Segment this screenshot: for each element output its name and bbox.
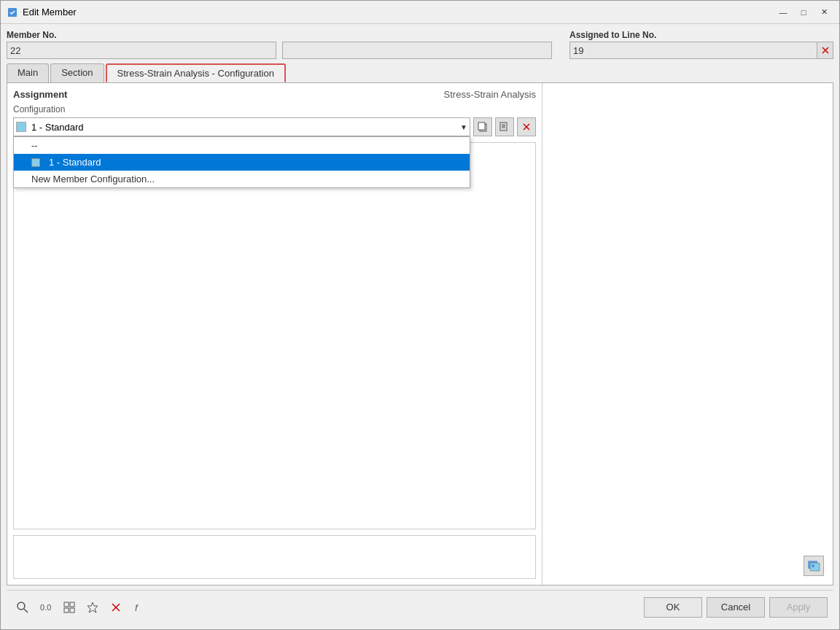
left-preview-area — [13, 142, 536, 529]
tabs-row: Main Section Stress-Strain Analysis - Co… — [7, 63, 833, 82]
close-button[interactable]: ✕ — [814, 4, 833, 20]
title-bar: Edit Member — □ ✕ — [1, 1, 839, 24]
svg-rect-18 — [70, 602, 74, 607]
middle-input[interactable] — [282, 42, 552, 59]
svg-rect-12 — [810, 563, 820, 571]
left-bottom-preview — [13, 535, 536, 579]
svg-rect-4 — [478, 122, 485, 130]
empty-label: -- — [31, 140, 38, 151]
right-panel — [548, 83, 833, 585]
svg-text:f: f — [135, 602, 139, 613]
delete-tool-button[interactable] — [106, 597, 126, 618]
assigned-group: Assigned to Line No. — [569, 30, 833, 59]
standard-label: 1 - Standard — [49, 157, 101, 168]
title-bar-left: Edit Member — [7, 7, 77, 18]
assigned-label: Assigned to Line No. — [569, 30, 833, 40]
svg-marker-21 — [88, 602, 98, 612]
svg-point-13 — [812, 564, 814, 567]
assigned-row — [569, 42, 833, 59]
ok-button[interactable]: OK — [644, 597, 702, 618]
config-delete-button[interactable] — [517, 117, 536, 136]
middle-label — [282, 30, 552, 40]
stress-strain-label: Stress-Strain Analysis — [444, 89, 536, 100]
clear-assigned-button[interactable] — [817, 42, 833, 59]
window-title: Edit Member — [23, 7, 77, 18]
window-icon — [7, 7, 18, 18]
maximize-button[interactable]: □ — [794, 4, 813, 20]
left-panel: Assignment Stress-Strain Analysis Config… — [7, 83, 542, 585]
right-icon-button[interactable] — [804, 556, 824, 576]
config-select[interactable]: -- 1 - Standard New Member Configuration… — [13, 117, 470, 136]
right-bottom-area — [554, 553, 827, 579]
minimize-button[interactable]: — — [774, 4, 793, 20]
apply-button[interactable]: Apply — [769, 597, 828, 618]
dropdown-item-new[interactable]: New Member Configuration... — [14, 171, 470, 187]
new-label: New Member Configuration... — [31, 174, 155, 184]
footer-tools: 0.0 — [12, 597, 149, 618]
grid-tool-button[interactable] — [59, 597, 79, 618]
config-dropdown-menu: -- 1 - Standard New Member Configuration… — [13, 136, 470, 188]
cancel-button[interactable]: Cancel — [707, 597, 765, 618]
search-tool-button[interactable] — [12, 597, 33, 618]
dropdown-item-empty[interactable]: -- — [14, 137, 470, 154]
config-edit-button[interactable] — [495, 117, 514, 136]
function-tool-button[interactable]: f — [129, 597, 149, 618]
tab-section[interactable]: Section — [50, 63, 104, 82]
member-no-group: Member No. — [7, 30, 276, 59]
right-content-area — [554, 89, 827, 553]
main-content: Assignment Stress-Strain Analysis Config… — [7, 82, 833, 586]
svg-rect-17 — [64, 602, 69, 607]
assigned-input[interactable] — [569, 42, 817, 59]
config-copy-button[interactable] — [473, 117, 492, 136]
standard-swatch — [31, 158, 40, 167]
tab-main[interactable]: Main — [7, 63, 49, 82]
svg-line-15 — [24, 609, 28, 612]
title-controls: — □ ✕ — [774, 4, 833, 20]
svg-rect-19 — [64, 608, 69, 612]
config-select-wrapper: -- 1 - Standard New Member Configuration… — [13, 117, 470, 136]
assignment-label: Assignment — [13, 89, 67, 100]
config-row: -- 1 - Standard New Member Configuration… — [13, 117, 536, 136]
svg-rect-20 — [70, 608, 74, 612]
configuration-label: Configuration — [13, 104, 536, 114]
section-header-row: Assignment Stress-Strain Analysis — [13, 89, 536, 100]
member-no-label: Member No. — [7, 30, 276, 40]
config-color-swatch — [16, 122, 26, 132]
numbers-tool-button[interactable]: 0.0 — [36, 597, 56, 618]
footer-toolbar: 0.0 — [7, 590, 833, 623]
dropdown-item-standard[interactable]: 1 - Standard — [14, 154, 470, 171]
star-tool-button[interactable] — [82, 597, 103, 618]
svg-point-14 — [18, 602, 25, 610]
middle-field-group — [282, 30, 552, 59]
window-body: Member No. Assigned to Line No. — [1, 24, 839, 629]
header-row: Member No. Assigned to Line No. — [7, 30, 833, 59]
svg-text:0.0: 0.0 — [40, 603, 51, 612]
member-no-input[interactable] — [7, 42, 276, 59]
footer-dialog-buttons: OK Cancel Apply — [644, 597, 828, 618]
tab-stress-strain[interactable]: Stress-Strain Analysis - Configuration — [106, 63, 286, 82]
edit-member-window: Edit Member — □ ✕ Member No. Assigned to… — [0, 0, 840, 630]
